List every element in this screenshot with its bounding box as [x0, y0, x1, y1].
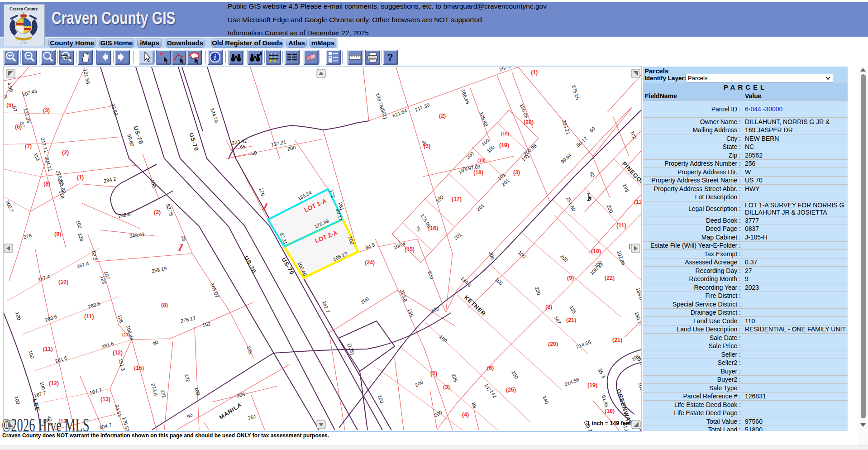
svg-text:50: 50 [251, 150, 257, 156]
svg-text:?: ? [387, 52, 393, 63]
svg-text:(3): (3) [424, 143, 430, 149]
svg-text:(20): (20) [548, 341, 558, 347]
svg-text:(8): (8) [545, 304, 552, 310]
svg-text:(18): (18) [473, 169, 483, 176]
svg-text:(2): (2) [154, 209, 161, 215]
svg-text:(10): (10) [591, 248, 601, 254]
svg-text:(7): (7) [25, 143, 32, 149]
svg-text:(21): (21) [612, 337, 622, 343]
svg-text:(19): (19) [587, 382, 597, 388]
svg-text:(12): (12) [49, 380, 59, 387]
svg-text:(22): (22) [605, 275, 615, 281]
svg-text:(21): (21) [566, 317, 576, 323]
svg-text:(10): (10) [58, 279, 68, 285]
svg-text:(15): (15) [405, 246, 415, 253]
svg-text:(2): (2) [439, 113, 446, 119]
svg-text:(13): (13) [100, 396, 110, 402]
svg-text:65: 65 [239, 144, 246, 150]
svg-text:(18): (18) [605, 408, 615, 414]
svg-text:(3): (3) [443, 384, 450, 390]
svg-text:1 inch = 149 feet: 1 inch = 149 feet [587, 420, 631, 426]
svg-text:(11): (11) [84, 313, 94, 320]
svg-text:(11): (11) [616, 222, 626, 229]
svg-text:(11): (11) [122, 332, 130, 337]
svg-text:(1): (1) [4, 84, 4, 90]
svg-text:(17): (17) [452, 196, 462, 202]
svg-text:i: i [214, 53, 216, 61]
svg-text:(20): (20) [524, 119, 534, 125]
svg-text:1712: 1712 [20, 41, 27, 44]
svg-text:(16): (16) [428, 225, 438, 231]
svg-text:(4): (4) [462, 412, 469, 418]
svg-text:(8): (8) [43, 181, 50, 187]
svg-text:(9): (9) [567, 275, 574, 281]
svg-text:(12): (12) [113, 349, 123, 356]
svg-text:(24): (24) [365, 259, 375, 266]
svg-text:(12): (12) [634, 199, 641, 205]
svg-text:Craven County: Craven County [10, 7, 38, 11]
svg-text:(2): (2) [430, 370, 437, 377]
svg-text:(9): (9) [54, 231, 61, 237]
svg-text:(25): (25) [506, 387, 516, 393]
svg-text:(19): (19) [499, 142, 509, 148]
svg-text:(6): (6) [15, 124, 22, 130]
svg-text:(3): (3) [43, 107, 50, 114]
svg-text:(5): (5) [6, 102, 13, 108]
svg-text:(10): (10) [477, 158, 486, 163]
svg-text:(10): (10) [501, 131, 509, 136]
svg-text:A: A [259, 51, 262, 57]
svg-text:(8): (8) [161, 302, 168, 308]
svg-text:(2): (2) [62, 149, 69, 156]
svg-text:(3): (3) [513, 169, 520, 176]
svg-text:(11): (11) [43, 346, 53, 352]
svg-text:(15): (15) [134, 365, 144, 371]
svg-text:(1): (1) [77, 174, 84, 181]
svg-text:(1): (1) [531, 69, 538, 76]
svg-text:(6): (6) [487, 365, 494, 371]
